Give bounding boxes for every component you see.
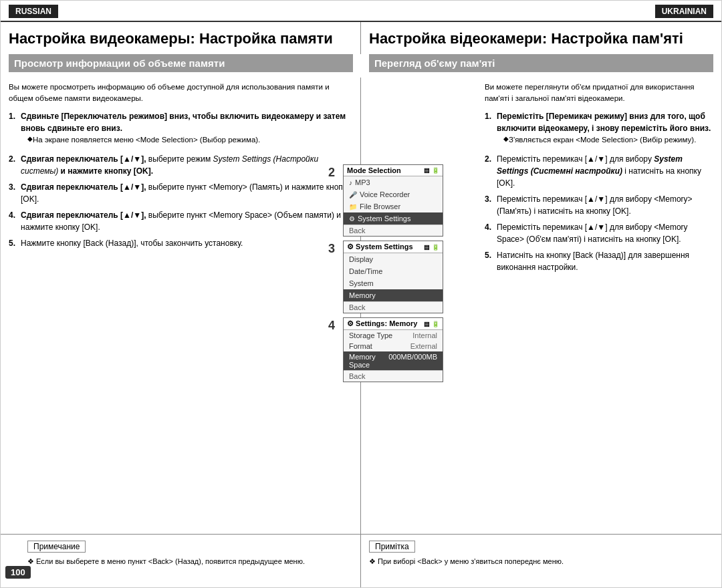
- screen-4-number: 4: [328, 319, 340, 333]
- page: RUSSIAN UKRAINIAN Настройка видеокамеры:…: [0, 0, 722, 588]
- right-title-col: Настройка відеокамери: Настройка пам'яті: [361, 22, 721, 54]
- right-step-2: 2. Перемістіть перемикач [▲/▼] для вибор…: [485, 153, 713, 189]
- screen-4-box: ⚙ Settings: Memory ▤ 🔋 Storage Type Inte…: [343, 317, 443, 382]
- left-step-3: 3. Сдвигая переключатель [▲/▼], выберите…: [9, 181, 352, 205]
- screen-2-item-filebrowser: 📁 File Browser: [344, 200, 443, 212]
- lang-header: RUSSIAN UKRAINIAN: [1, 1, 721, 21]
- page-number: 100: [5, 566, 31, 579]
- screen-3-item-system: System: [344, 277, 443, 289]
- screen-3-wrapper: 3 ⚙ System Settings ▤ 🔋 Display Date/Tim…: [328, 241, 445, 313]
- screen-2-item-systemsettings: ⚙ System Settings: [344, 212, 443, 225]
- screen-3-back: Back: [344, 301, 443, 313]
- screen-4-row-format: Format External: [344, 341, 443, 351]
- right-step-1: 1. Перемістіть [Перемикач режиму] вниз д…: [485, 110, 713, 149]
- right-intro: Ви можете переглянути об'єм придатної дл…: [485, 82, 713, 105]
- left-title-col: Настройка видеокамеры: Настройка памяти: [1, 22, 361, 54]
- content-area: Вы можете просмотреть информацию об объе…: [1, 78, 721, 534]
- screen-2-box: Mode Selection ▤ 🔋 ♪ MP3 🎤 Voice Recorde…: [343, 164, 443, 237]
- titles-row: Настройка видеокамеры: Настройка памяти …: [1, 21, 721, 54]
- left-steps: 1. Сдвиньте [Переключатель режимов] вниз…: [9, 110, 352, 249]
- screen-3-box: ⚙ System Settings ▤ 🔋 Display Date/Time …: [343, 241, 443, 313]
- left-main-title: Настройка видеокамеры: Настройка памяти: [9, 25, 352, 51]
- screen-4-wrapper: 4 ⚙ Settings: Memory ▤ 🔋 Storage Type In…: [328, 317, 445, 382]
- left-step-5: 5. Нажмите кнопку [Back (Назад)], чтобы …: [9, 237, 352, 249]
- screen-2-back: Back: [344, 225, 443, 236]
- screen-4-title: ⚙ Settings: Memory ▤ 🔋: [344, 318, 443, 330]
- right-step-5: 5. Натисніть на кнопку [Back (Назад)] дл…: [485, 249, 713, 273]
- screen-3-item-memory: Memory: [344, 289, 443, 301]
- left-intro: Вы можете просмотреть информацию об объе…: [9, 82, 352, 105]
- left-step-4: 4. Сдвигая переключатель [▲/▼], выберите…: [9, 209, 352, 233]
- right-note-title: Примітка: [369, 541, 415, 553]
- screen-2-item-mp3: ♪ MP3: [344, 176, 443, 188]
- screen-2-title: Mode Selection ▤ 🔋: [344, 165, 443, 176]
- screen-3-number: 3: [328, 242, 340, 256]
- left-content: Вы можете просмотреть информацию об объе…: [1, 78, 361, 534]
- screen-3-item-datetime: Date/Time: [344, 265, 443, 277]
- section-titles-row: Просмотр информации об объеме памяти Пер…: [1, 54, 721, 78]
- lang-tag-ukrainian: UKRAINIAN: [655, 5, 713, 18]
- left-step-2: 2. Сдвигая переключатель [▲/▼], выберите…: [9, 153, 352, 177]
- screen-4-icons: ▤ 🔋: [424, 321, 439, 327]
- left-section: Просмотр информации об объеме памяти: [1, 54, 361, 78]
- note-area: Примечание Если вы выберете в меню пункт…: [1, 534, 721, 587]
- screen-4-row-memoryspace: Memory Space 000MB/000MB: [344, 351, 443, 370]
- left-note: Примечание Если вы выберете в меню пункт…: [1, 535, 361, 587]
- screen-4-back: Back: [344, 370, 443, 382]
- screens-container: 2 Mode Selection ▤ 🔋 ♪ MP3 🎤: [328, 164, 445, 386]
- right-section-title: Перегляд об'єму пам'яті: [369, 54, 713, 72]
- right-step-3: 3. Перемістіть перемикач [▲/▼] для вибор…: [485, 193, 713, 217]
- left-step-1: 1. Сдвиньте [Переключатель режимов] вниз…: [9, 110, 352, 149]
- screen-3-title: ⚙ System Settings ▤ 🔋: [344, 241, 443, 253]
- right-steps: 1. Перемістіть [Перемикач режиму] вниз д…: [485, 110, 713, 273]
- lang-tag-russian: RUSSIAN: [9, 5, 58, 18]
- left-note-title: Примечание: [27, 541, 86, 553]
- right-note-text: При виборі <Back> у меню з'явиться попер…: [369, 556, 713, 567]
- right-step-4: 4. Перемістіть перемикач [▲/▼] для вибор…: [485, 221, 713, 245]
- screen-2-item-voicerec: 🎤 Voice Recorder: [344, 188, 443, 200]
- screen-4-row-storagetype: Storage Type Internal: [344, 330, 443, 341]
- screen-3-item-display: Display: [344, 253, 443, 265]
- left-note-text: Если вы выберете в меню пункт <Back> (На…: [27, 556, 352, 567]
- right-section: Перегляд об'єму пам'яті: [361, 54, 721, 78]
- right-main-title: Настройка відеокамери: Настройка пам'яті: [369, 25, 713, 51]
- left-section-title: Просмотр информации об объеме памяти: [9, 54, 353, 72]
- screen-2-icons: ▤ 🔋: [424, 167, 439, 174]
- right-note: Примітка При виборі <Back> у меню з'явит…: [361, 535, 721, 587]
- screen-2-wrapper: 2 Mode Selection ▤ 🔋 ♪ MP3 🎤: [328, 164, 445, 237]
- screen-2-number: 2: [328, 166, 340, 180]
- screen-3-icons: ▤ 🔋: [424, 244, 439, 251]
